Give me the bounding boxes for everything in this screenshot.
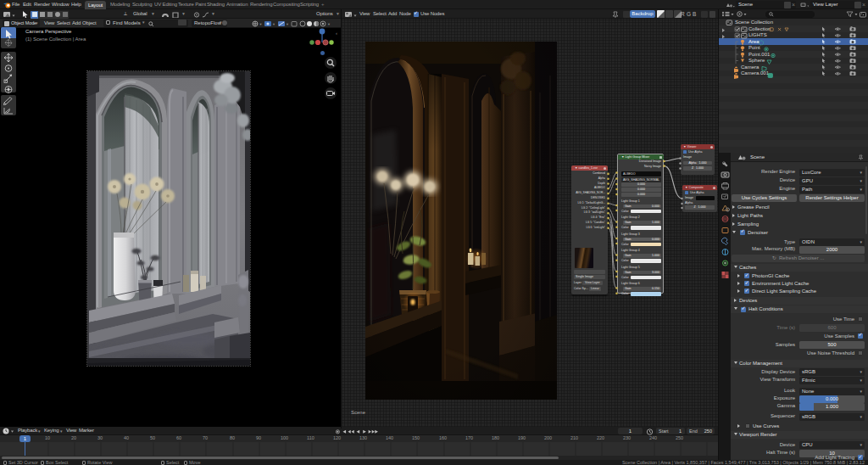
svg-text:▼: ▼ [259, 22, 263, 26]
svg-text:▼: ▼ [327, 22, 331, 26]
svg-text:▼: ▼ [272, 22, 275, 26]
svg-text:▼: ▼ [286, 22, 289, 26]
